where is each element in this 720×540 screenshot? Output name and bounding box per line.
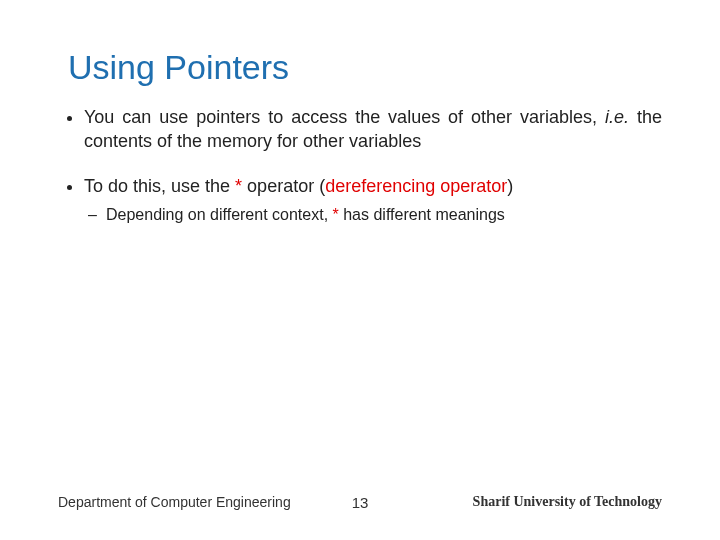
footer-university: Sharif University of Technology xyxy=(473,494,662,510)
footer-department: Department of Computer Engineering xyxy=(58,494,291,510)
bullet-2: To do this, use the * operator (derefere… xyxy=(84,174,662,226)
bullet-1-text-1: You can use pointers to access the value… xyxy=(84,107,605,127)
footer: Department of Computer Engineering 13 Sh… xyxy=(0,494,720,510)
sub-bullet-1: Depending on different context, * has di… xyxy=(106,204,662,226)
sub-bullet-1-text-1: Depending on different context, xyxy=(106,206,333,223)
bullet-1: You can use pointers to access the value… xyxy=(84,105,662,154)
bullet-2-text-3: ) xyxy=(507,176,513,196)
slide-title: Using Pointers xyxy=(68,48,662,87)
bullet-list: You can use pointers to access the value… xyxy=(58,105,662,225)
page-number: 13 xyxy=(352,494,369,511)
bullet-2-deref: dereferencing operator xyxy=(325,176,507,196)
sub-bullet-list: Depending on different context, * has di… xyxy=(84,204,662,226)
bullet-1-ie: i.e. xyxy=(605,107,629,127)
bullet-2-text-1: To do this, use the xyxy=(84,176,235,196)
sub-bullet-1-text-2: has different meanings xyxy=(339,206,505,223)
bullet-2-text-2: operator ( xyxy=(242,176,325,196)
slide: Using Pointers You can use pointers to a… xyxy=(0,0,720,540)
